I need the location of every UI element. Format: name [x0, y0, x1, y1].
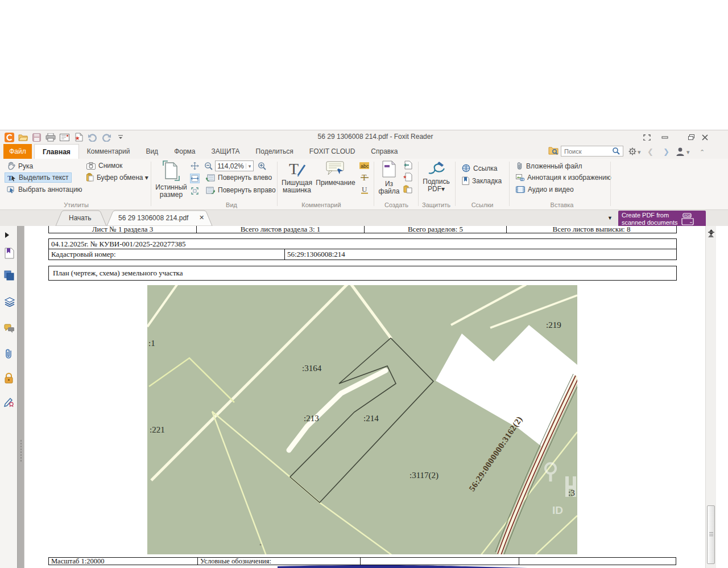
close-button[interactable]: [697, 132, 712, 142]
tab-protect[interactable]: ЗАЩИТА: [204, 144, 248, 159]
group-comment: T Пишущаямашинка Примечание abc T U Комм…: [281, 159, 371, 210]
zoom-out-icon[interactable]: [204, 161, 213, 171]
zoom-in-icon[interactable]: [257, 161, 267, 171]
search-icon[interactable]: [612, 147, 621, 155]
svg-text:abc: abc: [361, 163, 369, 168]
bookmarks-panel-icon[interactable]: [4, 248, 14, 258]
bookmark-button[interactable]: Закладка: [460, 176, 504, 186]
create-from-clipboard-icon[interactable]: [403, 184, 412, 194]
create-pdf-icon[interactable]: [73, 131, 84, 143]
group-utilities: Рука T Выделить текст Выбрать аннотацию …: [5, 159, 148, 210]
rotate-right-button[interactable]: Повернуть вправо: [204, 186, 278, 195]
parcel-label: :221: [150, 425, 165, 435]
sign-pdf-button[interactable]: ПодписьPDF▾: [422, 160, 450, 193]
pages-panel-icon[interactable]: [4, 270, 14, 281]
actual-size-icon: [163, 160, 180, 181]
strikeout-text-icon[interactable]: T: [359, 172, 369, 182]
comments-panel-icon[interactable]: [4, 324, 14, 334]
create-blank-icon[interactable]: [403, 172, 412, 182]
typewriter-button[interactable]: T Пишущаямашинка: [281, 160, 313, 194]
tab-form[interactable]: Форма: [166, 144, 203, 159]
select-text-button[interactable]: T Выделить текст: [5, 172, 72, 183]
actual-size-button[interactable]: Истинныйразмер: [155, 160, 188, 199]
audio-video-button[interactable]: Аудио и видео: [514, 185, 576, 194]
attach-file-button[interactable]: Вложенный файл: [514, 161, 585, 171]
clipboard-button[interactable]: Буфер обмена ▾: [84, 172, 151, 182]
open-file-icon[interactable]: [17, 131, 28, 143]
underline-text-icon[interactable]: U: [359, 184, 369, 194]
image-annotation-button[interactable]: Аннотация к изображению: [514, 173, 614, 182]
security-panel-icon[interactable]: [4, 373, 14, 383]
tab-foxit-cloud[interactable]: FOXIT CLOUD: [301, 144, 363, 159]
bookmark-icon: [462, 176, 469, 185]
undo-icon[interactable]: [87, 131, 98, 143]
signature-icon: [427, 160, 446, 175]
zoom-level-select[interactable]: 114,02% ▾: [215, 160, 254, 171]
close-tab-icon[interactable]: ✕: [199, 214, 204, 221]
account-avatar-icon[interactable]: [676, 146, 685, 158]
panel-splitter[interactable]: [17, 226, 24, 568]
account-dropdown-icon[interactable]: ▾: [686, 149, 690, 156]
scroll-up-icon[interactable]: [708, 234, 714, 237]
minimize-button[interactable]: [657, 132, 672, 142]
tab-view[interactable]: Вид: [138, 144, 166, 159]
redo-icon[interactable]: [101, 131, 112, 143]
settings-gear-icon[interactable]: [628, 147, 637, 158]
fit-page-icon[interactable]: [190, 161, 200, 171]
settings-dropdown-icon[interactable]: ▾: [638, 149, 641, 156]
create-from-file-button[interactable]: Изфайла: [378, 160, 400, 195]
history-back-icon[interactable]: ❮: [647, 147, 653, 156]
customize-qat-icon[interactable]: [115, 131, 126, 143]
tab-help[interactable]: Справка: [363, 144, 406, 159]
snapshot-button[interactable]: Снимок: [84, 161, 125, 170]
rotate-left-icon: [206, 174, 215, 182]
tab-comment[interactable]: Комментарий: [79, 144, 138, 159]
tab-overflow-icon[interactable]: ▼: [607, 215, 613, 221]
sheet-header-row: Лист № 1 раздела 3 Всего листов раздела …: [48, 226, 677, 233]
pdf-page: Лист № 1 раздела 3 Всего листов раздела …: [25, 226, 705, 568]
tab-file[interactable]: Файл: [3, 144, 32, 159]
svg-text:T: T: [289, 160, 299, 176]
tab-start[interactable]: Начать: [69, 214, 92, 222]
hand-tool-button[interactable]: Рука: [5, 161, 35, 171]
note-button[interactable]: Примечание: [314, 160, 357, 187]
request-table: 04.12.2025г. № КУВИ-001/2025-220277385 К…: [48, 238, 677, 260]
save-icon[interactable]: [31, 131, 43, 143]
highlight-text-icon[interactable]: abc: [359, 160, 369, 170]
select-annotation-button[interactable]: Выбрать аннотацию: [5, 185, 85, 194]
link-button[interactable]: Ссылка: [460, 163, 499, 173]
zoom-value: 114,02%: [216, 162, 246, 170]
search-folder-icon[interactable]: [548, 146, 559, 157]
vertical-scrollbar[interactable]: [705, 226, 716, 568]
expand-panel-icon[interactable]: [4, 231, 14, 241]
foxit-logo-icon: [3, 131, 15, 143]
history-forward-icon[interactable]: ❯: [663, 147, 669, 156]
print-icon[interactable]: [45, 131, 56, 143]
restore-button[interactable]: [684, 132, 698, 142]
cadastral-map: :1 :3164 :219 :213 :214 :221 :3117(2) :3…: [147, 285, 577, 554]
fit-width-icon[interactable]: [190, 174, 200, 183]
zoom-dropdown-icon[interactable]: ▾: [246, 163, 253, 169]
create-from-scanner-icon[interactable]: [403, 160, 412, 170]
scrollbar-thumb[interactable]: [707, 505, 715, 564]
tab-home[interactable]: Главная: [34, 144, 79, 159]
create-pdf-badge[interactable]: Create PDF fromscanned documents PDF: [618, 211, 706, 228]
plan-title: План (чертеж, схема) земельного участка: [48, 266, 677, 281]
attachments-panel-icon[interactable]: [4, 348, 14, 359]
fit-visible-icon[interactable]: [190, 186, 200, 196]
group-links: Ссылка Закладка Ссылки: [460, 159, 505, 210]
scale-row: Масштаб 1:20000 Условные обозначения:: [48, 557, 676, 565]
collapse-ribbon-icon[interactable]: ⌃: [700, 149, 705, 156]
paperclip-icon: [516, 162, 523, 170]
image-annotation-icon: [516, 174, 524, 182]
tab-share[interactable]: Поделиться: [248, 144, 301, 159]
tab-document[interactable]: 56 29 1306008 214.pdf: [118, 214, 188, 222]
search-input[interactable]: [564, 148, 612, 155]
cadastral-number-value: 56:29:1306008:214: [285, 249, 676, 260]
rotate-left-button[interactable]: Повернуть влево: [204, 173, 274, 182]
layers-panel-icon[interactable]: [4, 297, 14, 307]
signatures-panel-icon[interactable]: [4, 397, 14, 407]
email-icon[interactable]: [59, 131, 71, 143]
layout-grid-icon[interactable]: [639, 132, 654, 142]
select-text-icon: T: [7, 174, 16, 182]
